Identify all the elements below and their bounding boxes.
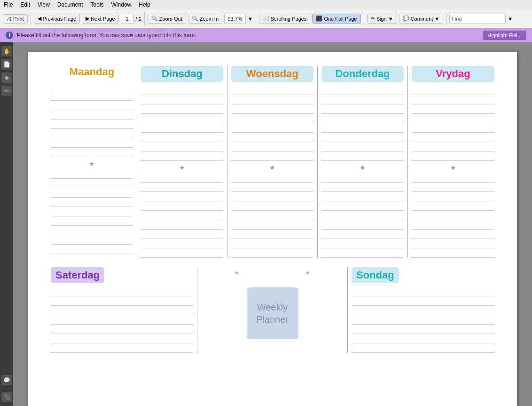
zoom-dropdown-arrow[interactable]: ▼ bbox=[248, 16, 253, 22]
line bbox=[321, 124, 404, 133]
line bbox=[51, 208, 133, 216]
menu-view[interactable]: View bbox=[38, 1, 50, 8]
line bbox=[51, 83, 133, 91]
zoom-out-button[interactable]: 🔍 Zoom Out bbox=[148, 14, 186, 24]
line bbox=[412, 96, 494, 104]
line bbox=[51, 111, 133, 119]
sondag-header: Sondag bbox=[352, 267, 399, 283]
sign-dropdown-arrow: ▼ bbox=[388, 16, 393, 22]
print-button[interactable]: 🖨 Print bbox=[3, 14, 28, 24]
line bbox=[412, 105, 494, 114]
toolbar-separator-4 bbox=[364, 12, 364, 25]
menu-window[interactable]: Window bbox=[111, 1, 132, 8]
line bbox=[51, 139, 133, 148]
vrydag-header: Vrydag bbox=[412, 66, 494, 82]
line bbox=[231, 231, 313, 239]
zoom-in-icon: 🔍 bbox=[192, 16, 198, 22]
left-sidebar: ✋ 📄 ◈ ✏ 💬 📎 bbox=[0, 42, 13, 406]
sign-button[interactable]: ✏ Sign ▼ bbox=[367, 14, 397, 24]
comment-icon: 💬 bbox=[403, 16, 409, 22]
line bbox=[231, 174, 313, 183]
dinsdag-lines-bottom bbox=[141, 174, 223, 258]
weekly-planner-text-line2: Planner bbox=[256, 313, 289, 326]
one-full-page-button[interactable]: ⬛ One Full Page bbox=[312, 14, 360, 24]
saterdag-header: Saterdag bbox=[51, 267, 104, 283]
find-dropdown-arrow[interactable]: ▼ bbox=[508, 16, 513, 22]
scrolling-pages-button[interactable]: ⬜ Scrolling Pages bbox=[259, 14, 310, 24]
line bbox=[141, 96, 223, 104]
zoom-in-button[interactable]: 🔍 Zoom In bbox=[188, 14, 222, 24]
line bbox=[321, 221, 404, 230]
line bbox=[141, 115, 223, 123]
weekly-planner-column: ★ ★ Weekly Planner bbox=[197, 267, 348, 353]
line bbox=[141, 134, 223, 142]
line bbox=[231, 221, 313, 230]
line bbox=[141, 124, 223, 133]
line bbox=[321, 202, 404, 211]
line bbox=[231, 202, 313, 211]
line bbox=[51, 288, 193, 296]
prev-icon: ◀ bbox=[38, 16, 41, 22]
sidebar-comment-icon[interactable]: 💬 bbox=[1, 375, 12, 385]
menu-edit[interactable]: Edit bbox=[20, 1, 30, 8]
line bbox=[412, 193, 494, 201]
page-number-input[interactable] bbox=[121, 14, 134, 24]
woensdag-star: ★ bbox=[231, 163, 313, 172]
line bbox=[51, 227, 133, 235]
next-page-button[interactable]: ▶ Next Page bbox=[82, 14, 118, 24]
bottom-star-left: ★ bbox=[234, 269, 240, 276]
menu-file[interactable]: File bbox=[4, 1, 13, 8]
line bbox=[321, 87, 404, 95]
find-input[interactable] bbox=[449, 14, 506, 24]
weekly-planner-note: Weekly Planner bbox=[247, 287, 298, 339]
line bbox=[321, 143, 404, 151]
line bbox=[231, 96, 313, 104]
highlight-fields-button[interactable]: Highlight Fiel... bbox=[483, 31, 526, 40]
toolbar: 🖨 Print ◀ Previous Page ▶ Next Page / 1 … bbox=[0, 9, 532, 28]
line bbox=[231, 240, 313, 248]
weekly-planner-text-line1: Weekly bbox=[257, 301, 288, 313]
line bbox=[231, 124, 313, 133]
scrolling-pages-icon: ⬜ bbox=[263, 16, 269, 22]
zoom-value-input[interactable] bbox=[224, 14, 246, 24]
menu-help[interactable]: Help bbox=[139, 1, 150, 8]
donderdag-column: Donderdag ★ bbox=[318, 66, 408, 258]
toolbar-separator-5 bbox=[446, 12, 446, 25]
line bbox=[321, 96, 404, 104]
woensdag-lines-top bbox=[231, 87, 313, 161]
sidebar-doc-icon[interactable]: 📄 bbox=[1, 59, 12, 70]
line bbox=[141, 249, 223, 258]
line bbox=[51, 92, 133, 101]
menu-document[interactable]: Document bbox=[57, 1, 83, 8]
line bbox=[231, 249, 313, 258]
menu-bar: File Edit View Document Tools Window Hel… bbox=[0, 0, 532, 9]
line bbox=[412, 202, 494, 211]
sondag-lines bbox=[352, 288, 494, 353]
prev-page-button[interactable]: ◀ Previous Page bbox=[34, 14, 80, 24]
sidebar-layers-icon[interactable]: ◈ bbox=[1, 72, 12, 83]
sidebar-attach-icon[interactable]: 📎 bbox=[1, 392, 12, 402]
donderdag-star: ★ bbox=[321, 163, 404, 172]
line bbox=[231, 105, 313, 114]
print-icon: 🖨 bbox=[7, 16, 12, 22]
sidebar-hand-icon[interactable]: ✋ bbox=[1, 46, 12, 56]
sidebar-pen-icon[interactable]: ✏ bbox=[1, 86, 12, 96]
comment-button[interactable]: 💬 Comment ▼ bbox=[399, 14, 444, 24]
menu-tools[interactable]: Tools bbox=[91, 1, 104, 8]
line bbox=[51, 130, 133, 138]
toolbar-separator-2 bbox=[144, 12, 145, 25]
line bbox=[412, 249, 494, 258]
saterdag-column: Saterdag bbox=[47, 267, 197, 353]
next-icon: ▶ bbox=[86, 16, 89, 22]
maandag-star: ★ bbox=[51, 159, 133, 168]
vrydag-star: ★ bbox=[412, 163, 494, 172]
line bbox=[321, 105, 404, 114]
line bbox=[352, 288, 494, 296]
line bbox=[231, 87, 313, 95]
line bbox=[412, 212, 494, 220]
line bbox=[51, 246, 133, 254]
line bbox=[51, 326, 193, 334]
line bbox=[231, 115, 313, 123]
line bbox=[51, 297, 193, 306]
line bbox=[321, 152, 404, 161]
